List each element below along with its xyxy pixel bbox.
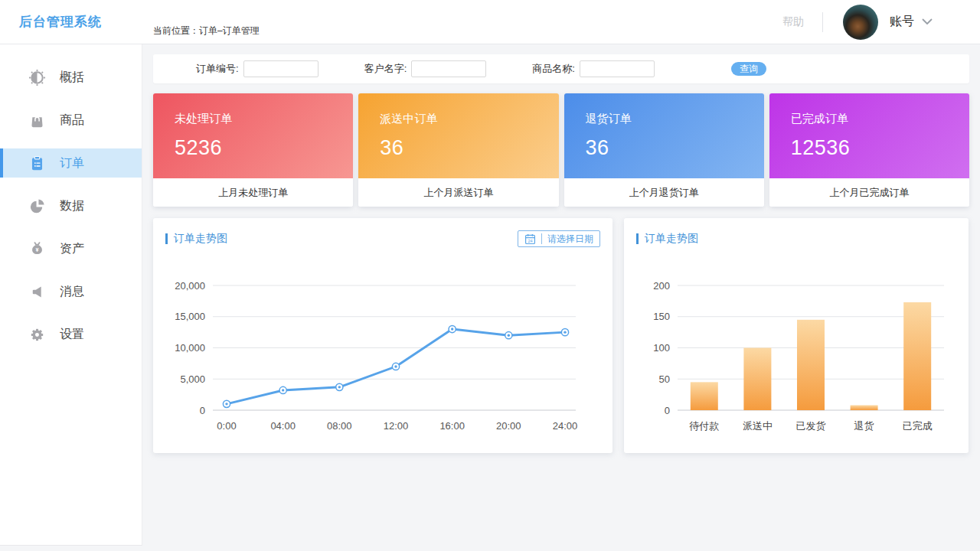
sidebar-item-products[interactable]: 商品 [0, 106, 142, 135]
svg-text:已发货: 已发货 [796, 420, 826, 432]
sidebar-item-messages[interactable]: 消息 [0, 277, 142, 306]
stat-card-title: 未处理订单 [175, 112, 332, 126]
calendar-icon: 24 [524, 233, 536, 245]
search-field-label: 商品名称: [532, 62, 575, 76]
sidebar-item-assets[interactable]: ¥资产 [0, 234, 142, 263]
stat-card-value: 5236 [175, 136, 332, 160]
order-number-input[interactable] [243, 60, 318, 77]
stat-card-delivering-orders: 派送中订单36上个月派送订单 [358, 93, 558, 207]
breadcrumb: 当前位置：订单–订单管理 [153, 24, 260, 37]
search-panel: 订单编号:客户名字:商品名称: 查询 [153, 54, 969, 83]
search-field-label: 订单编号: [196, 62, 239, 76]
sidebar-item-label: 消息 [60, 284, 84, 300]
search-field-order-number: 订单编号: [196, 60, 318, 77]
header-divider [822, 12, 823, 32]
sidebar-item-label: 订单 [60, 155, 84, 171]
stat-cards: 未处理订单5236上月未处理订单派送中订单36上个月派送订单退货订单36上个月退… [153, 93, 969, 207]
sidebar-item-settings[interactable]: 设置 [0, 320, 142, 349]
stat-card-footer: 上个月退货订单 [564, 178, 764, 207]
svg-text:退货: 退货 [854, 420, 874, 432]
bag-icon [28, 111, 46, 129]
svg-text:派送中: 派送中 [743, 420, 773, 432]
svg-text:¥: ¥ [35, 247, 38, 253]
query-button[interactable]: 查询 [731, 62, 766, 76]
stat-card-footer: 上个月已完成订单 [769, 178, 969, 207]
svg-text:24: 24 [528, 238, 532, 243]
stat-card-gradient: 派送中订单36 [358, 93, 558, 178]
contrast-icon [28, 68, 46, 86]
svg-text:已完成: 已完成 [903, 420, 933, 432]
svg-text:5,000: 5,000 [180, 373, 205, 385]
bar-chart-title: 订单走势图 [645, 232, 698, 246]
avatar[interactable] [843, 5, 878, 40]
search-fields: 订单编号:客户名字:商品名称: [153, 60, 655, 77]
sidebar-item-label: 数据 [60, 198, 84, 214]
top-header: 后台管理系统 当前位置：订单–订单管理 帮助 账号 [0, 0, 980, 44]
stat-card-value: 36 [380, 136, 537, 160]
svg-text:100: 100 [653, 342, 670, 354]
sidebar-item-label: 概括 [60, 70, 84, 86]
sidebar-item-overview[interactable]: 概括 [0, 63, 142, 92]
stat-card-title: 已完成订单 [791, 112, 948, 126]
help-link[interactable]: 帮助 [782, 15, 804, 29]
line-chart-panel: 05,00010,00015,00020,0000:0004:0008:0012… [153, 218, 612, 453]
line-chart-title: 订单走势图 [174, 232, 227, 246]
bar-chart-panel: 050100150200待付款派送中已发货退货已完成 订单走势图 [624, 218, 969, 453]
bar-chart-header: 订单走势图 [636, 230, 956, 247]
stat-card-title: 派送中订单 [380, 112, 537, 126]
stat-card-title: 退货订单 [586, 112, 743, 126]
gear-icon [28, 325, 46, 344]
date-picker-label: 请选择日期 [547, 233, 593, 246]
date-picker-button[interactable]: 24 请选择日期 [518, 230, 600, 247]
stat-card-gradient: 已完成订单12536 [769, 93, 969, 178]
account-label[interactable]: 账号 [890, 14, 914, 30]
svg-text:24:00: 24:00 [553, 420, 578, 432]
app-title: 后台管理系统 [19, 13, 102, 31]
sidebar-item-orders[interactable]: 订单 [0, 148, 142, 178]
svg-text:0: 0 [200, 405, 205, 416]
product-name-input[interactable] [580, 60, 655, 77]
bar-chart: 050100150200待付款派送中已发货退货已完成 [624, 218, 969, 453]
search-field-label: 客户名字: [364, 62, 407, 76]
stat-card-footer: 上个月派送订单 [358, 178, 558, 207]
stat-card-completed-orders: 已完成订单12536上个月已完成订单 [769, 93, 969, 207]
svg-text:10,000: 10,000 [175, 342, 205, 354]
admin-dashboard: 后台管理系统 当前位置：订单–订单管理 帮助 账号 概括商品订单数据¥资产消息设… [0, 0, 980, 551]
svg-text:20:00: 20:00 [496, 420, 521, 432]
line-chart-header: 订单走势图 24 请选择日期 [165, 230, 600, 247]
svg-text:08:00: 08:00 [327, 420, 352, 432]
svg-text:0: 0 [665, 405, 670, 416]
svg-text:150: 150 [653, 311, 670, 322]
sidebar-item-data[interactable]: 数据 [0, 191, 142, 220]
svg-text:待付款: 待付款 [689, 420, 719, 432]
chevron-down-icon[interactable] [922, 18, 933, 25]
stat-card-footer: 上月未处理订单 [153, 178, 353, 207]
stat-card-gradient: 未处理订单5236 [153, 93, 353, 178]
svg-text:12:00: 12:00 [384, 420, 409, 432]
svg-text:20,000: 20,000 [175, 280, 205, 292]
stat-card-return-orders: 退货订单36上个月退货订单 [564, 93, 764, 207]
sidebar-item-label: 设置 [60, 327, 84, 343]
pie-icon [28, 197, 46, 215]
stat-card-value: 12536 [791, 136, 948, 160]
header-right: 帮助 账号 [782, 0, 980, 44]
svg-text:50: 50 [659, 373, 670, 385]
stat-card-unprocessed-orders: 未处理订单5236上月未处理订单 [153, 93, 353, 207]
sidebar: 概括商品订单数据¥资产消息设置 [0, 44, 142, 546]
moneybag-icon: ¥ [28, 240, 46, 258]
speaker-icon [28, 282, 46, 301]
search-field-product-name: 商品名称: [532, 60, 655, 77]
sidebar-item-label: 商品 [60, 112, 84, 129]
sidebar-item-label: 资产 [60, 241, 84, 257]
stat-card-value: 36 [586, 136, 743, 160]
panel-title-accent [636, 233, 639, 244]
svg-text:16:00: 16:00 [439, 420, 465, 432]
customer-name-input[interactable] [411, 60, 486, 77]
svg-text:04:00: 04:00 [270, 420, 296, 432]
svg-text:0:00: 0:00 [217, 420, 236, 432]
search-field-customer-name: 客户名字: [364, 60, 487, 77]
clipboard-icon [28, 154, 46, 172]
svg-text:15,000: 15,000 [175, 311, 205, 322]
date-picker-divider [541, 233, 542, 244]
panel-title-accent [165, 233, 168, 244]
